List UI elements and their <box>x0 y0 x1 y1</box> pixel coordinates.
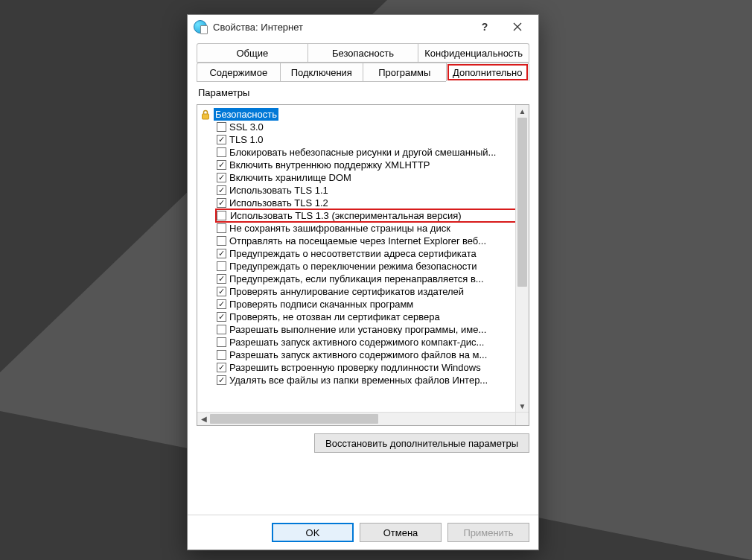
tab-label: Дополнительно <box>453 67 523 78</box>
tab-общие[interactable]: Общие <box>197 43 308 62</box>
tree-item-label: Разрешить встроенную проверку подлинност… <box>229 361 481 374</box>
tab-strip: ОбщиеБезопасностьКонфиденциальность Соде… <box>197 43 529 82</box>
tree-item[interactable]: Отправлять на посещаемые через Internet … <box>217 235 529 247</box>
settings-tree[interactable]: БезопасностьSSL 3.0TLS 1.0Блокировать не… <box>197 104 529 426</box>
ok-button[interactable]: OK <box>272 523 354 542</box>
scrollbar-corner <box>515 412 529 425</box>
tree-item-label: Разрешать запуск активного содержимого к… <box>229 336 484 349</box>
checkbox[interactable] <box>217 337 226 347</box>
tree-item-label: Не сохранять зашифрованные страницы на д… <box>229 222 450 235</box>
tree-item-label: Блокировать небезопасные рисунки и друго… <box>229 146 496 159</box>
help-button[interactable]: ? <box>468 16 501 37</box>
checkbox[interactable] <box>217 173 226 182</box>
tab-содержимое[interactable]: Содержимое <box>197 63 281 81</box>
tree-item[interactable]: Включить хранилище DOM <box>217 171 529 184</box>
tree-category[interactable]: Безопасность <box>200 108 529 121</box>
internet-properties-dialog: Свойства: Интернет ? ОбщиеБезопасностьКо… <box>187 14 539 550</box>
tab-дополнительно[interactable]: Дополнительно <box>446 63 530 81</box>
tree-item-label: Использовать TLS 1.3 (экспериментальная … <box>229 209 462 222</box>
scroll-down-icon[interactable]: ▼ <box>516 400 529 413</box>
vertical-scrollbar[interactable]: ▲ ▼ <box>515 105 529 413</box>
tree-item[interactable]: Использовать TLS 1.1 <box>217 184 529 197</box>
checkbox[interactable] <box>217 312 226 322</box>
tree-item-label: Включить хранилище DOM <box>229 171 351 184</box>
titlebar: Свойства: Интернет ? <box>188 15 538 39</box>
checkbox[interactable] <box>217 147 226 157</box>
checkbox[interactable] <box>217 261 226 271</box>
checkbox[interactable] <box>217 236 226 246</box>
tree-item-label: Проверять подписи скачанных программ <box>229 298 413 311</box>
tree-item-label: TLS 1.0 <box>229 133 264 146</box>
checkbox[interactable] <box>217 211 226 220</box>
tree-item[interactable]: Блокировать небезопасные рисунки и друго… <box>217 146 529 159</box>
tree-item[interactable]: TLS 1.0 <box>217 133 529 146</box>
internet-options-icon <box>194 20 207 34</box>
tree-item[interactable]: Удалять все файлы из папки временных фай… <box>217 374 529 386</box>
tab-безопасность[interactable]: Безопасность <box>308 43 419 62</box>
tab-конфиденциальность[interactable]: Конфиденциальность <box>418 43 529 62</box>
tree-item[interactable]: Разрешать запуск активного содержимого ф… <box>217 349 529 361</box>
checkbox[interactable] <box>217 135 226 144</box>
tree-item[interactable]: Предупреждать о несоответствии адреса се… <box>217 247 529 260</box>
scroll-up-icon[interactable]: ▲ <box>516 105 529 118</box>
tree-item-label: Предупреждать о несоответствии адреса се… <box>229 247 477 260</box>
tree-category-label: Безопасность <box>214 108 278 121</box>
checkbox[interactable] <box>217 363 226 372</box>
tab-label: Подключения <box>291 67 352 78</box>
tree-item[interactable]: Предупреждать, если публикация перенапра… <box>217 273 529 285</box>
horizontal-scrollbar[interactable]: ◀ ▶ <box>197 412 529 425</box>
tab-программы[interactable]: Программы <box>363 63 447 81</box>
checkbox[interactable] <box>217 375 226 385</box>
scroll-left-icon[interactable]: ◀ <box>197 413 210 425</box>
checkbox[interactable] <box>217 122 226 132</box>
cancel-button[interactable]: Отмена <box>360 523 442 542</box>
checkbox[interactable] <box>217 325 226 334</box>
tree-item[interactable]: Разрешать выполнение или установку прогр… <box>217 323 529 336</box>
tree-item-label: Проверять аннулирование сертификатов изд… <box>229 285 464 298</box>
tab-label: Безопасность <box>332 48 394 59</box>
checkbox[interactable] <box>217 287 226 296</box>
tree-item-label: Использовать TLS 1.2 <box>229 197 328 209</box>
tab-label: Содержимое <box>209 67 267 78</box>
checkbox[interactable] <box>217 274 226 284</box>
tree-item[interactable]: Использовать TLS 1.3 (экспериментальная … <box>217 209 529 222</box>
svg-rect-0 <box>203 114 209 119</box>
tree-item[interactable]: SSL 3.0 <box>217 121 529 133</box>
close-button[interactable] <box>501 16 534 37</box>
close-icon <box>513 22 522 31</box>
tab-label: Общие <box>236 48 268 59</box>
stage-background: Свойства: Интернет ? ОбщиеБезопасностьКо… <box>0 0 752 560</box>
tree-item[interactable]: Проверять, не отозван ли сертификат серв… <box>217 311 529 323</box>
tab-подключения[interactable]: Подключения <box>280 63 364 81</box>
tree-item[interactable]: Использовать TLS 1.2 <box>217 197 529 209</box>
checkbox[interactable] <box>217 299 226 309</box>
dialog-client-area: ОбщиеБезопасностьКонфиденциальность Соде… <box>188 39 538 515</box>
tree-item-label: Отправлять на посещаемые через Internet … <box>229 235 486 247</box>
tree-item[interactable]: Проверять аннулирование сертификатов изд… <box>217 285 529 298</box>
tree-item-label: Разрешать выполнение или установку прогр… <box>229 323 486 336</box>
tree-item[interactable]: Разрешать запуск активного содержимого к… <box>217 336 529 349</box>
checkbox[interactable] <box>217 185 226 195</box>
apply-button[interactable]: Применить <box>447 523 529 542</box>
checkbox[interactable] <box>217 350 226 360</box>
tab-label: Конфиденциальность <box>424 48 523 59</box>
tree-item[interactable]: Предупреждать о переключении режима безо… <box>217 260 529 273</box>
checkbox[interactable] <box>217 198 226 208</box>
tree-item-label: Разрешать запуск активного содержимого ф… <box>229 349 487 361</box>
dialog-footer: OK Отмена Применить <box>188 515 538 550</box>
tree-item-label: Предупреждать о переключении режима безо… <box>229 260 477 273</box>
scroll-thumb[interactable] <box>517 118 527 287</box>
tree-item[interactable]: Проверять подписи скачанных программ <box>217 298 529 311</box>
tree-item-label: Проверять, не отозван ли сертификат серв… <box>229 311 440 323</box>
restore-advanced-settings-button[interactable]: Восстановить дополнительные параметры <box>314 433 529 453</box>
groupbox-label: Параметры <box>197 87 251 98</box>
settings-groupbox: Параметры БезопасностьSSL 3.0TLS 1.0Блок… <box>197 94 529 453</box>
checkbox[interactable] <box>217 223 226 233</box>
window-title: Свойства: Интернет <box>213 22 468 33</box>
tree-item[interactable]: Разрешить встроенную проверку подлинност… <box>217 361 529 374</box>
scroll-thumb[interactable] <box>210 414 378 424</box>
tree-item[interactable]: Включить внутреннюю поддержку XMLHTTP <box>217 159 529 171</box>
checkbox[interactable] <box>217 249 226 258</box>
tree-item[interactable]: Не сохранять зашифрованные страницы на д… <box>217 222 529 235</box>
checkbox[interactable] <box>217 160 226 170</box>
